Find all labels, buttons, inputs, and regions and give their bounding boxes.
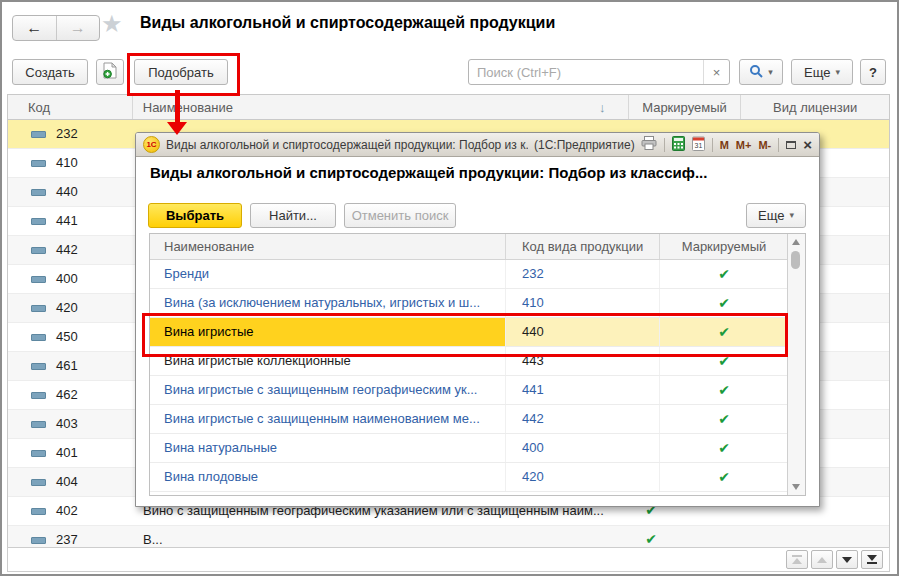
item-dash-icon [31, 131, 46, 138]
sort-descending-icon: ↓ [599, 100, 606, 115]
item-dash-icon [31, 334, 46, 341]
select-button[interactable]: Выбрать [148, 203, 242, 228]
item-dash-icon [31, 508, 46, 515]
product-name: Вина натуральные [150, 434, 506, 462]
item-dash-icon [31, 450, 46, 457]
product-code: 232 [506, 260, 660, 288]
search-input[interactable] [469, 60, 703, 84]
row-code: 410 [56, 155, 78, 170]
app-window: ← → ★ Виды алкогольной и спиртосодержаще… [0, 0, 899, 576]
help-button[interactable]: ? [860, 59, 886, 85]
product-name: Вина (за исключением натуральных, игрист… [150, 289, 506, 317]
product-code: 400 [506, 434, 660, 462]
row-code: 404 [56, 474, 78, 489]
table-header: Код Наименование ↓ Маркируемый Вид лицен… [7, 94, 890, 120]
item-dash-icon [31, 537, 46, 544]
classifier-row[interactable]: Вина (за исключением натуральных, игрист… [150, 289, 788, 318]
product-code: 410 [506, 289, 660, 317]
dialog-more-label: Еще [758, 208, 784, 223]
classifier-row[interactable]: Бренди 232 ✔ [150, 260, 788, 289]
marked-check-icon: ✔ [660, 260, 788, 288]
marked-check-icon: ✔ [660, 376, 788, 404]
item-dash-icon [31, 363, 46, 370]
classifier-rows: Бренди 232 ✔ Вина (за исключением натура… [150, 260, 788, 495]
column-header-marked[interactable]: Маркируемый [660, 234, 805, 259]
forward-icon: → [70, 19, 86, 37]
scroll-to-top-button[interactable] [786, 550, 808, 569]
table-row[interactable]: 237 В... ✔ [8, 526, 889, 547]
row-code: 401 [56, 445, 78, 460]
scrollbar-thumb[interactable] [791, 251, 800, 269]
scroll-down-button[interactable] [836, 550, 858, 569]
scrollbar-up-icon[interactable] [792, 239, 800, 245]
create-button[interactable]: Создать [12, 59, 88, 85]
product-name: Вина игристые с защищенным географически… [150, 376, 506, 404]
scroll-up-button[interactable] [811, 550, 833, 569]
create-group-button[interactable] [96, 59, 124, 85]
chevron-down-icon: ▾ [789, 211, 794, 220]
find-button[interactable]: Найти... [250, 203, 336, 228]
item-dash-icon [31, 247, 46, 254]
print-icon[interactable] [641, 136, 657, 153]
row-code: 402 [56, 503, 78, 518]
marked-check-icon: ✔ [640, 531, 662, 547]
dialog-titlebar[interactable]: 1С Виды алкогольной и спиртосодержащей п… [136, 133, 819, 157]
chevron-down-icon: ▾ [768, 68, 773, 77]
search-clear-icon[interactable]: × [703, 60, 729, 84]
column-header-name[interactable]: Наименование [150, 234, 506, 259]
item-dash-icon [31, 218, 46, 225]
close-icon[interactable]: × [803, 137, 812, 152]
calendar-icon[interactable]: 31 [692, 136, 705, 154]
classifier-table: Наименование Код вида продукции Маркируе… [149, 233, 806, 496]
search-button[interactable]: ▾ [739, 59, 783, 85]
history-nav-group: ← → [12, 15, 100, 41]
column-header-license[interactable]: Вид лицензии [741, 95, 889, 119]
list-scroll-bar [7, 547, 890, 572]
back-button[interactable]: ← [13, 16, 56, 40]
item-dash-icon [31, 305, 46, 312]
marked-check-icon: ✔ [660, 289, 788, 317]
row-code: 400 [56, 271, 78, 286]
maximize-icon[interactable] [786, 141, 796, 149]
dialog-titlebar-text: Виды алкогольной и спиртосодержащей прод… [166, 138, 528, 152]
more-button[interactable]: Еще ▾ [791, 59, 853, 85]
memory-m-plus-button[interactable]: M+ [736, 139, 752, 151]
favorite-star-icon[interactable]: ★ [101, 10, 123, 38]
cancel-search-button: Отменить поиск [344, 203, 456, 228]
row-code: 440 [56, 184, 78, 199]
classifier-row[interactable]: Вина игристые с защищенным наименованием… [150, 405, 788, 434]
column-header-marked[interactable]: Маркируемый [629, 95, 742, 119]
item-dash-icon [31, 160, 46, 167]
row-code: 461 [56, 358, 78, 373]
scroll-to-bottom-button[interactable] [861, 550, 883, 569]
dialog-title: Виды алкогольной и спиртосодержащей прод… [150, 164, 707, 181]
more-label: Еще [804, 65, 830, 80]
product-code: 440 [506, 318, 660, 346]
calculator-icon[interactable] [672, 136, 685, 154]
column-header-code[interactable]: Код [8, 95, 133, 119]
memory-m-minus-button[interactable]: M- [758, 139, 771, 151]
column-header-product-code[interactable]: Код вида продукции [506, 234, 660, 259]
scrollbar-down-icon[interactable] [792, 484, 800, 490]
marked-check-icon: ✔ [660, 434, 788, 462]
classifier-row[interactable]: Вина натуральные 400 ✔ [150, 434, 788, 463]
row-code: 232 [56, 126, 78, 141]
product-code: 420 [506, 463, 660, 491]
dialog-titlebar-app: (1С:Предприятие) [534, 138, 635, 152]
column-header-name[interactable]: Наименование ↓ [133, 95, 629, 119]
classifier-table-header: Наименование Код вида продукции Маркируе… [150, 234, 805, 260]
classifier-row[interactable]: Вина плодовые 420 ✔ [150, 463, 788, 492]
product-code: 441 [506, 376, 660, 404]
classifier-row[interactable]: Вина игристые коллекционные 443 ✔ [150, 347, 788, 376]
product-name: Вина игристые с защищенным наименованием… [150, 405, 506, 433]
memory-m-button[interactable]: M [720, 139, 729, 151]
classifier-row[interactable]: Вина игристые с защищенным географически… [150, 376, 788, 405]
vertical-scrollbar[interactable] [787, 234, 805, 495]
forward-button[interactable]: → [56, 16, 100, 40]
pick-button[interactable]: Подобрать [134, 59, 228, 85]
dialog-more-button[interactable]: Еще ▾ [746, 203, 806, 228]
1c-logo-icon: 1С [143, 136, 160, 153]
item-dash-icon [31, 189, 46, 196]
marked-check-icon: ✔ [660, 405, 788, 433]
classifier-row-selected[interactable]: Вина игристые 440 ✔ [150, 318, 788, 347]
